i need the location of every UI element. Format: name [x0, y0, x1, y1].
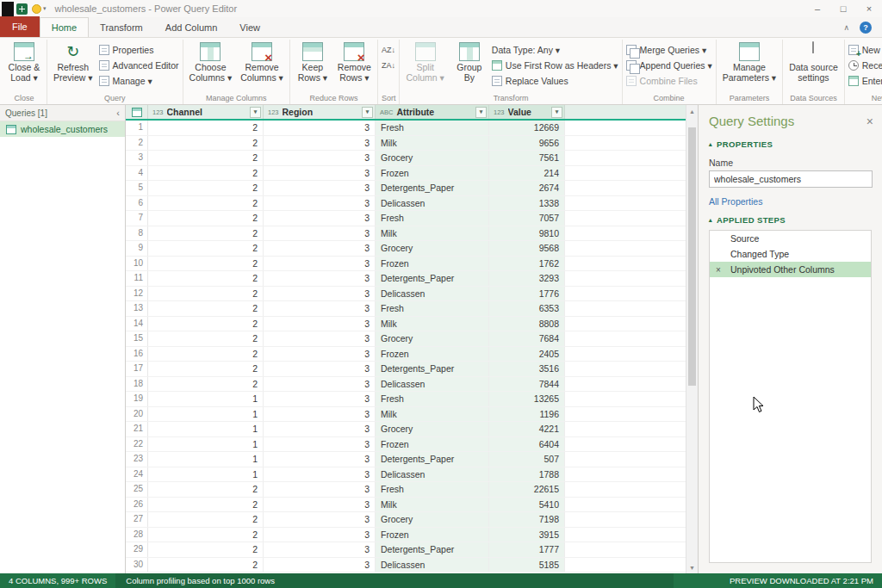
cell[interactable]: Detergents_Paper: [376, 271, 489, 286]
cell[interactable]: 2: [148, 196, 264, 211]
cell[interactable]: 3: [264, 287, 376, 301]
table-row[interactable]: 1423Milk8808: [126, 317, 686, 332]
combine-files-button[interactable]: Combine Files: [626, 74, 712, 88]
cell[interactable]: 2: [148, 301, 264, 316]
cell[interactable]: 7561: [489, 151, 565, 165]
cell[interactable]: 3: [264, 301, 376, 316]
applied-step-changed-type[interactable]: Changed Type: [710, 246, 871, 262]
properties-section-header[interactable]: ▴ PROPERTIES: [699, 135, 882, 152]
cell[interactable]: 2: [148, 241, 264, 256]
cell[interactable]: 2: [148, 287, 264, 301]
cell[interactable]: 3: [264, 257, 376, 271]
keep-rows-button[interactable]: Keep Rows ▾: [294, 40, 332, 83]
cell[interactable]: 1777: [489, 542, 565, 557]
cell[interactable]: 2: [148, 347, 264, 362]
cell[interactable]: 3: [264, 151, 376, 165]
cell[interactable]: Detergents_Paper: [376, 452, 489, 467]
select-all-corner[interactable]: [126, 105, 148, 119]
cell[interactable]: 2405: [489, 347, 565, 362]
cell[interactable]: Frozen: [376, 166, 489, 181]
tab-add-column[interactable]: Add Column: [154, 18, 229, 37]
cell[interactable]: Milk: [376, 498, 489, 512]
tab-file[interactable]: File: [0, 16, 40, 37]
status-column-profiling[interactable]: Column profiling based on top 1000 rows: [115, 573, 674, 588]
cell[interactable]: 3: [264, 377, 376, 392]
cell[interactable]: Milk: [376, 407, 489, 422]
cell[interactable]: 22615: [489, 482, 565, 497]
cell[interactable]: 3: [264, 196, 376, 211]
table-row[interactable]: 1023Frozen1762: [126, 257, 686, 272]
cell[interactable]: Milk: [376, 226, 489, 241]
filter-dropdown-icon[interactable]: ▾: [475, 107, 487, 118]
cell[interactable]: 2: [148, 542, 264, 557]
cell[interactable]: 3: [264, 317, 376, 331]
delete-step-icon[interactable]: ×: [716, 265, 721, 275]
column-header-value[interactable]: 123Value▾: [489, 105, 565, 119]
table-row[interactable]: 1323Fresh6353: [126, 301, 686, 317]
cell[interactable]: 1338: [489, 196, 565, 211]
cell[interactable]: 3: [264, 512, 376, 527]
table-row[interactable]: 1123Detergents_Paper3293: [126, 271, 686, 287]
table-row[interactable]: 2013Milk1196: [126, 407, 686, 423]
cell[interactable]: 1: [148, 422, 264, 436]
cell[interactable]: 2: [148, 498, 264, 512]
cell[interactable]: Frozen: [376, 347, 489, 362]
data-type-button[interactable]: Data Type: Any ▾: [492, 43, 618, 57]
cell[interactable]: 2: [148, 151, 264, 165]
cell[interactable]: 2: [148, 558, 264, 573]
cell[interactable]: 2: [148, 482, 264, 497]
append-queries-button[interactable]: Append Queries ▾: [626, 59, 712, 72]
applied-steps-section-header[interactable]: ▴ APPLIED STEPS: [699, 211, 882, 227]
cell[interactable]: Fresh: [376, 482, 489, 497]
cell[interactable]: 2: [148, 257, 264, 271]
cell[interactable]: 2: [148, 226, 264, 241]
table-row[interactable]: 1223Delicassen1776: [126, 287, 686, 302]
close-and-load-button[interactable]: Close & Load ▾: [5, 40, 43, 83]
feedback-smiley-icon[interactable]: [32, 4, 41, 14]
table-row[interactable]: 2823Frozen3915: [126, 528, 686, 543]
all-properties-link[interactable]: All Properties: [699, 188, 882, 211]
cell[interactable]: Detergents_Paper: [376, 542, 489, 557]
cell[interactable]: Milk: [376, 136, 489, 151]
applied-step-unpivoted-other-columns[interactable]: ×Unpivoted Other Columns: [710, 262, 871, 277]
cell[interactable]: Detergents_Paper: [376, 181, 489, 195]
cell[interactable]: 5185: [489, 558, 565, 573]
cell[interactable]: 3: [264, 166, 376, 181]
cell[interactable]: 2674: [489, 181, 565, 195]
cell[interactable]: 2: [148, 362, 264, 376]
query-name-input[interactable]: [709, 170, 873, 188]
manage-parameters-button[interactable]: Manage Parameters ▾: [720, 40, 779, 83]
cell[interactable]: Grocery: [376, 331, 489, 346]
remove-rows-button[interactable]: Remove Rows ▾: [335, 40, 374, 83]
new-source-button[interactable]: New Source ▾: [848, 43, 882, 57]
cell[interactable]: 3: [264, 422, 376, 436]
cell[interactable]: 5410: [489, 498, 565, 512]
sort-ascending-button[interactable]: AZ↓: [382, 43, 395, 57]
column-header-region[interactable]: 123Region▾: [264, 105, 376, 119]
cell[interactable]: 4221: [489, 422, 565, 436]
cell[interactable]: 3: [264, 331, 376, 346]
cell[interactable]: Delicassen: [376, 377, 489, 392]
cell[interactable]: 2: [148, 512, 264, 527]
cell[interactable]: 3: [264, 121, 376, 135]
table-row[interactable]: 423Frozen214: [126, 166, 686, 182]
scroll-down-icon[interactable]: ▼: [686, 561, 698, 573]
cell[interactable]: Fresh: [376, 392, 489, 406]
cell[interactable]: 12669: [489, 121, 565, 135]
cell[interactable]: 2: [148, 166, 264, 181]
cell[interactable]: 13265: [489, 392, 565, 406]
cell[interactable]: 2: [148, 317, 264, 331]
table-row[interactable]: 2413Delicassen1788: [126, 467, 686, 483]
filter-dropdown-icon[interactable]: ▾: [362, 107, 373, 118]
collapse-ribbon-icon[interactable]: ∧: [843, 23, 849, 32]
cell[interactable]: 7844: [489, 377, 565, 392]
cell[interactable]: 1: [148, 407, 264, 422]
cell[interactable]: 3: [264, 467, 376, 482]
cell[interactable]: 8808: [489, 317, 565, 331]
cell[interactable]: Fresh: [376, 211, 489, 226]
cell[interactable]: 3: [264, 542, 376, 557]
cell[interactable]: 3516: [489, 362, 565, 376]
cell[interactable]: 3: [264, 362, 376, 376]
cell[interactable]: 2: [148, 181, 264, 195]
table-row[interactable]: 2723Grocery7198: [126, 512, 686, 528]
